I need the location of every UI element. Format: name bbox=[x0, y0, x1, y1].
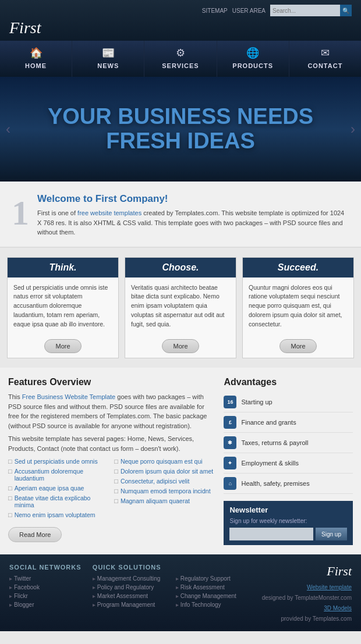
advantages-section: Advantages 16 Starting up £ Finance and … bbox=[224, 377, 353, 545]
hero-text: YOUR BUSINESS NEEDS FRESH IDEAS bbox=[48, 105, 313, 154]
advantages-title: Advantages bbox=[224, 377, 353, 387]
welcome-brand-link[interactable]: First Company bbox=[95, 193, 165, 204]
footer-extra-list: Regulatory Support Risk Assessment Chang… bbox=[176, 575, 253, 608]
footer-twitter[interactable]: Twitter bbox=[9, 575, 87, 582]
free-template-link[interactable]: Free Business Website Template bbox=[22, 393, 115, 400]
hero-next-arrow[interactable]: › bbox=[351, 121, 355, 137]
nav-label-contact: CONTACT bbox=[307, 62, 342, 69]
footer-template-sub: designed by TemplateMonster.com bbox=[262, 595, 352, 601]
feat-item-5[interactable]: Nemo enim ipsam voluptatem bbox=[8, 511, 108, 518]
feat-item-10[interactable]: Magnam aliquam quaerat bbox=[114, 497, 214, 504]
search-box: 🔍 bbox=[270, 5, 352, 16]
products-icon: 🌐 bbox=[217, 47, 289, 59]
nav-item-services[interactable]: ⚙ SERVICES bbox=[144, 41, 217, 77]
contact-icon: ✉ bbox=[289, 47, 361, 59]
features-col2: Neque porro quisquam est qui Dolorem ips… bbox=[114, 458, 214, 521]
nav-label-news: NEWS bbox=[97, 62, 119, 69]
footer-3d-link[interactable]: 3D Models bbox=[259, 603, 352, 614]
services-icon: ⚙ bbox=[144, 47, 216, 59]
feat-item-4[interactable]: Beatae vitae dicta explicabo minima bbox=[8, 494, 108, 508]
card-think-button[interactable]: More bbox=[44, 339, 81, 353]
feat-item-7[interactable]: Dolorem ipsum quia dolor sit amet bbox=[114, 468, 214, 475]
card-choose-body: Veritatis quasi architecto beatae bitae … bbox=[125, 277, 236, 335]
footer-mgmt[interactable]: Management Consulting bbox=[93, 575, 170, 582]
newsletter-section: Newsletter Sign up for weekly newsletter… bbox=[224, 501, 353, 545]
adv-label-3: Taxes, returns & payroll bbox=[241, 439, 308, 446]
footer-social-col: Social Networks Twitter Facebook Flickr … bbox=[9, 564, 87, 624]
adv-icon-5: ⌂ bbox=[224, 477, 236, 490]
main-nav: 🏠 HOME 📰 NEWS ⚙ SERVICES 🌐 PRODUCTS ✉ CO… bbox=[0, 41, 361, 77]
card-think-body: Sed ut perspiciatis unde omnis iste natu… bbox=[8, 277, 118, 335]
feat-item-6[interactable]: Neque porro quisquam est qui bbox=[114, 458, 214, 465]
header: SITEMAP USER AREA 🔍 First bbox=[0, 0, 361, 41]
footer-info[interactable]: Info Technology bbox=[176, 602, 253, 608]
footer-links: Website template designed by TemplateMon… bbox=[259, 582, 352, 624]
nav-item-news[interactable]: 📰 NEWS bbox=[72, 41, 144, 77]
footer-logo: First bbox=[259, 564, 352, 579]
nav-item-contact[interactable]: ✉ CONTACT bbox=[289, 41, 361, 77]
hero-heading: YOUR BUSINESS NEEDS FRESH IDEAS bbox=[48, 105, 313, 154]
footer-change[interactable]: Change Management bbox=[176, 593, 253, 599]
card-succeed: Succeed. Quuntur magni dolores eos qui r… bbox=[242, 257, 354, 359]
feat-item-8[interactable]: Consectetur, adipisci velit bbox=[114, 478, 214, 485]
welcome-paragraph: First is one of free website templates c… bbox=[37, 208, 349, 237]
nav-item-home[interactable]: 🏠 HOME bbox=[0, 41, 72, 77]
footer-facebook[interactable]: Facebook bbox=[9, 584, 87, 590]
card-succeed-body: Quuntur magni dolores eos qui ratione vo… bbox=[243, 277, 353, 335]
newsletter-label: Sign up for weekly newsletter: bbox=[229, 518, 347, 524]
welcome-heading: Welcome to First Company! bbox=[37, 193, 349, 205]
footer-program[interactable]: Program Management bbox=[93, 602, 170, 608]
feat-item-1[interactable]: Sed ut perspiciatis unde omnis bbox=[8, 458, 108, 465]
card-succeed-button[interactable]: More bbox=[279, 339, 316, 353]
adv-icon-4: ✦ bbox=[224, 457, 236, 469]
adv-item-4: ✦ Employment & skills bbox=[224, 453, 353, 474]
footer-market[interactable]: Market Assessment bbox=[93, 593, 170, 599]
card-think-header: Think. bbox=[8, 258, 118, 277]
card-succeed-header: Succeed. bbox=[243, 258, 353, 277]
free-templates-link[interactable]: free website templates bbox=[77, 209, 141, 216]
card-choose-button[interactable]: More bbox=[162, 339, 199, 353]
search-input[interactable] bbox=[270, 5, 340, 16]
features-para1: This Free Business Website Template goes… bbox=[8, 392, 214, 430]
nav-label-home: HOME bbox=[25, 62, 47, 69]
nav-item-products[interactable]: 🌐 PRODUCTS bbox=[217, 41, 289, 77]
read-more-button[interactable]: Read More bbox=[8, 527, 62, 542]
footer-risk[interactable]: Risk Assessment bbox=[176, 584, 253, 590]
card-think: Think. Sed ut perspiciatis unde omnis is… bbox=[7, 257, 119, 359]
footer-extra-col: Regulatory Support Risk Assessment Chang… bbox=[176, 564, 253, 624]
feat-item-9[interactable]: Numquam emodi tempora incidnt bbox=[114, 488, 214, 494]
cards-section: Think. Sed ut perspiciatis unde omnis is… bbox=[0, 248, 361, 368]
adv-label-2: Finance and grants bbox=[241, 419, 296, 426]
adv-label-4: Employment & skills bbox=[241, 460, 298, 467]
footer-template-link[interactable]: Website template bbox=[259, 582, 352, 593]
adv-icon-3: ✱ bbox=[224, 436, 236, 449]
newsletter-email-input[interactable] bbox=[229, 528, 313, 540]
footer-flickr[interactable]: Flickr bbox=[9, 593, 87, 599]
hero-prev-arrow[interactable]: ‹ bbox=[6, 121, 10, 137]
nav-label-products: PRODUCTS bbox=[232, 62, 273, 69]
footer-policy[interactable]: Policy and Regulatory bbox=[93, 584, 170, 590]
sitemap-link[interactable]: SITEMAP bbox=[202, 8, 228, 14]
footer-solutions-title: Quick Solutions bbox=[93, 564, 170, 571]
footer-brand-col: First Website template designed by Templ… bbox=[259, 564, 352, 624]
feat-item-2[interactable]: Accusantium doloremque laudantium bbox=[8, 468, 108, 482]
footer-solutions-col: Quick Solutions Management Consulting Po… bbox=[93, 564, 170, 624]
features-title: Features Overview bbox=[8, 377, 214, 387]
footer-blogger[interactable]: Blogger bbox=[9, 602, 87, 608]
header-top: SITEMAP USER AREA 🔍 bbox=[9, 5, 352, 19]
card-choose-header: Choose. bbox=[125, 258, 236, 277]
newsletter-signup-button[interactable]: Sign up bbox=[316, 528, 347, 540]
welcome-number: 1 bbox=[12, 193, 29, 237]
adv-label-5: Health, safety, premises bbox=[241, 480, 309, 487]
footer-regulatory[interactable]: Regulatory Support bbox=[176, 575, 253, 582]
footer-extra-title bbox=[176, 564, 253, 571]
main-section: Features Overview This Free Business Web… bbox=[0, 368, 361, 554]
footer-3d-sub: provided by Templates.com bbox=[281, 615, 352, 622]
search-button[interactable]: 🔍 bbox=[340, 5, 352, 16]
footer: Social Networks Twitter Facebook Flickr … bbox=[0, 554, 361, 631]
feat-item-3[interactable]: Aperiam eaque ipsa quae bbox=[8, 485, 108, 492]
adv-label-1: Starting up bbox=[241, 399, 272, 405]
hero-banner: ‹ YOUR BUSINESS NEEDS FRESH IDEAS › bbox=[0, 77, 361, 182]
site-logo[interactable]: First bbox=[9, 19, 352, 41]
user-area-link[interactable]: USER AREA bbox=[232, 8, 266, 14]
